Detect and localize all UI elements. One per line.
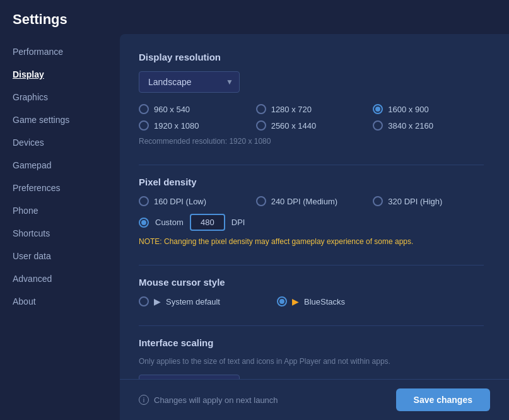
divider-2 — [139, 265, 484, 265]
system-cursor-icon: ▶ — [154, 296, 161, 306]
info-icon: i — [139, 395, 149, 405]
sidebar-item-shortcuts[interactable]: Shortcuts — [0, 222, 120, 245]
resolution-grid: 960 x 540 1280 x 720 1600 x 900 — [139, 104, 484, 131]
bluestacks-cursor-icon: ▶ — [292, 296, 299, 306]
app-container: Settings Performance Display Graphics Ga… — [0, 0, 509, 420]
footer: i Changes will apply on next launch Save… — [120, 379, 509, 420]
sidebar-item-advanced[interactable]: Advanced — [0, 267, 120, 290]
resolution-label-2560: 2560 x 1440 — [271, 121, 317, 131]
orientation-dropdown[interactable]: Landscape Portrait — [139, 71, 240, 93]
dpi-grid: 160 DPI (Low) 240 DPI (Medium) 320 DPI (… — [139, 196, 484, 206]
resolution-radio-2560[interactable] — [256, 120, 266, 131]
page-title: Settings — [13, 11, 496, 28]
dpi-label-160: 160 DPI (Low) — [154, 197, 206, 206]
dpi-note: NOTE: Changing the pixel density may aff… — [139, 237, 484, 246]
dpi-label-320: 320 DPI (High) — [388, 197, 442, 206]
sidebar-item-game-settings[interactable]: Game settings — [0, 108, 120, 131]
dpi-unit-label: DPI — [231, 218, 245, 227]
resolution-option-1280[interactable]: 1280 x 720 — [256, 104, 367, 114]
resolution-label-3840: 3840 x 2160 — [388, 121, 433, 131]
sidebar-item-graphics[interactable]: Graphics — [0, 86, 120, 108]
resolution-radio-1920[interactable] — [139, 120, 149, 131]
resolution-label-1600: 1600 x 900 — [388, 105, 428, 114]
recommended-resolution-text: Recommended resolution: 1920 x 1080 — [139, 137, 484, 146]
footer-note-container: i Changes will apply on next launch — [139, 395, 278, 405]
cursor-option-system[interactable]: ▶ System default — [139, 296, 220, 306]
custom-dpi-input[interactable] — [190, 214, 225, 231]
dpi-label-240: 240 DPI (Medium) — [271, 197, 337, 206]
resolution-label-960: 960 x 540 — [154, 105, 190, 114]
sidebar-item-user-data[interactable]: User data — [0, 245, 120, 267]
save-changes-button[interactable]: Save changes — [396, 388, 490, 411]
display-resolution-section: Display resolution Landscape Portrait ▼ … — [139, 52, 484, 146]
dpi-radio-320[interactable] — [373, 196, 383, 206]
footer-note-text: Changes will apply on next launch — [154, 395, 278, 405]
sidebar-item-display[interactable]: Display — [0, 63, 120, 86]
pixel-density-section: Pixel density 160 DPI (Low) 240 DPI (Med… — [139, 177, 484, 246]
dpi-radio-240[interactable] — [256, 196, 266, 206]
sidebar: Performance Display Graphics Game settin… — [0, 34, 120, 420]
settings-panel: Display resolution Landscape Portrait ▼ … — [120, 34, 509, 379]
custom-dpi-label: Custom — [155, 218, 184, 227]
cursor-radio-bluestacks[interactable] — [277, 296, 287, 306]
interface-scaling-desc: Only applies to the size of text and ico… — [139, 357, 484, 366]
resolution-radio-960[interactable] — [139, 104, 149, 114]
resolution-section-title: Display resolution — [139, 52, 484, 62]
dpi-option-160[interactable]: 160 DPI (Low) — [139, 196, 250, 206]
cursor-option-bluestacks[interactable]: ▶ BlueStacks — [277, 296, 345, 306]
title-bar: Settings — [0, 0, 509, 34]
resolution-option-1920[interactable]: 1920 x 1080 — [139, 120, 250, 131]
resolution-option-2560[interactable]: 2560 x 1440 — [256, 120, 367, 131]
sidebar-item-phone[interactable]: Phone — [0, 199, 120, 222]
dpi-radio-custom[interactable] — [139, 218, 149, 228]
cursor-label-system: System default — [166, 297, 220, 306]
resolution-option-960[interactable]: 960 x 540 — [139, 104, 250, 114]
dpi-option-240[interactable]: 240 DPI (Medium) — [256, 196, 367, 206]
divider-1 — [139, 165, 484, 165]
sidebar-item-gamepad[interactable]: Gamepad — [0, 154, 120, 177]
interface-scaling-section: Interface scaling Only applies to the si… — [139, 337, 484, 379]
scaling-dropdown-container: 75% 100% (Default) 125% 150% ▼ — [139, 375, 240, 379]
resolution-option-3840[interactable]: 3840 x 2160 — [373, 120, 484, 131]
interface-scaling-title: Interface scaling — [139, 337, 484, 348]
divider-3 — [139, 325, 484, 326]
custom-dpi-row: Custom DPI — [139, 214, 484, 231]
resolution-label-1280: 1280 x 720 — [271, 105, 312, 114]
resolution-radio-1600[interactable] — [373, 104, 383, 114]
cursor-label-bluestacks: BlueStacks — [304, 297, 345, 306]
mouse-cursor-title: Mouse cursor style — [139, 277, 484, 288]
resolution-radio-3840[interactable] — [373, 120, 383, 131]
pixel-density-title: Pixel density — [139, 177, 484, 187]
resolution-label-1920: 1920 x 1080 — [154, 121, 199, 131]
scaling-dropdown[interactable]: 75% 100% (Default) 125% 150% — [139, 375, 240, 379]
dpi-radio-160[interactable] — [139, 196, 149, 206]
resolution-option-1600[interactable]: 1600 x 900 — [373, 104, 484, 114]
main-content: Performance Display Graphics Game settin… — [0, 34, 509, 420]
orientation-dropdown-container: Landscape Portrait ▼ — [139, 71, 240, 93]
dpi-option-320[interactable]: 320 DPI (High) — [373, 196, 484, 206]
cursor-options-row: ▶ System default ▶ BlueStacks — [139, 296, 484, 306]
sidebar-item-preferences[interactable]: Preferences — [0, 177, 120, 199]
mouse-cursor-section: Mouse cursor style ▶ System default ▶ Bl… — [139, 277, 484, 306]
cursor-radio-system[interactable] — [139, 296, 149, 306]
resolution-radio-1280[interactable] — [256, 104, 266, 114]
sidebar-item-about[interactable]: About — [0, 290, 120, 313]
sidebar-item-performance[interactable]: Performance — [0, 40, 120, 63]
sidebar-item-devices[interactable]: Devices — [0, 131, 120, 154]
